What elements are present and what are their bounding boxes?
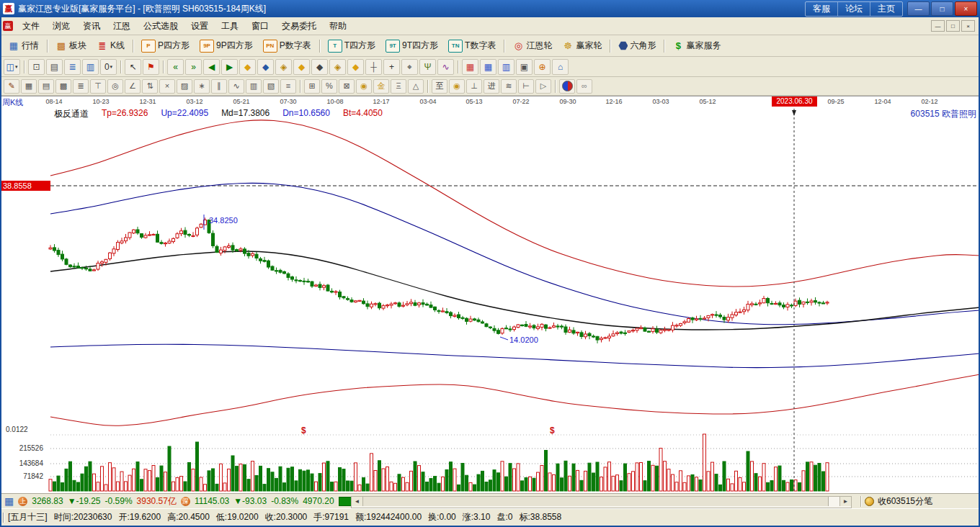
tool-quote[interactable]: ▦行情 bbox=[3, 37, 44, 55]
steps-tool[interactable]: ≋ bbox=[501, 79, 517, 94]
bars-view-tool[interactable]: ≣ bbox=[64, 59, 81, 75]
tool-9t-square[interactable]: 9T9T四方形 bbox=[380, 37, 443, 55]
pencil-tool[interactable]: ✎ bbox=[4, 79, 19, 94]
minimize-button[interactable]: — bbox=[907, 1, 930, 16]
tool-t-table[interactable]: TNT数字表 bbox=[443, 37, 501, 55]
time-grid-tool[interactable]: ▧ bbox=[263, 79, 279, 94]
tool-winner-wheel[interactable]: ☸赢家轮 bbox=[557, 37, 607, 55]
add-tool[interactable]: + bbox=[383, 59, 400, 75]
tool-p-square[interactable]: PP四方形 bbox=[136, 37, 195, 55]
gann-grid-tool[interactable]: ▩ bbox=[55, 79, 71, 94]
tool-winner-service[interactable]: $赢家服务 bbox=[667, 37, 726, 55]
angle-tool[interactable]: ∠ bbox=[125, 79, 141, 94]
pitchfork-tool[interactable]: Ψ bbox=[419, 59, 436, 75]
anchor-tool[interactable]: ⊤ bbox=[90, 79, 106, 94]
taiji-icon[interactable] bbox=[559, 79, 575, 94]
maximize-button[interactable]: □ bbox=[931, 1, 953, 16]
updown-tool[interactable]: ⇅ bbox=[142, 79, 158, 94]
ladder-tool[interactable]: ≣ bbox=[73, 79, 89, 94]
menu-file[interactable]: 文件 bbox=[16, 18, 46, 35]
percent-box-tool[interactable]: ⊞ bbox=[304, 79, 320, 94]
flag-tool[interactable]: ⚑ bbox=[143, 59, 159, 75]
diamond-gold-1[interactable]: ◆ bbox=[239, 59, 256, 75]
menu-settings[interactable]: 设置 bbox=[184, 18, 215, 35]
shade-tool[interactable]: ▨ bbox=[177, 79, 192, 94]
gold-tool[interactable]: 金 bbox=[373, 79, 389, 94]
chart-horizontal-scrollbar[interactable]: ◄ ► bbox=[351, 496, 852, 508]
fan-tool[interactable]: ∗ bbox=[194, 79, 210, 94]
diamond-gold-3[interactable]: ◆ bbox=[347, 59, 364, 75]
menu-news[interactable]: 资讯 bbox=[76, 18, 107, 35]
parallel-tool[interactable]: ∥ bbox=[211, 79, 227, 94]
circle-ring-tool[interactable]: ◎ bbox=[107, 79, 123, 94]
menu-window[interactable]: 窗口 bbox=[245, 18, 275, 35]
percent-tool[interactable]: % bbox=[321, 79, 337, 94]
menu-tools[interactable]: 工具 bbox=[215, 18, 245, 35]
diamond-dark[interactable]: ◆ bbox=[311, 59, 328, 75]
save-tool[interactable]: ▣ bbox=[516, 59, 533, 75]
prev-bar-button[interactable]: ◀ bbox=[203, 59, 220, 75]
publish-tool[interactable]: ⊕ bbox=[534, 59, 551, 75]
crosshair-tool[interactable]: ⌖ bbox=[401, 59, 418, 75]
tool-hexagon[interactable]: 六角形 bbox=[613, 37, 661, 55]
balance-tool[interactable]: Ξ bbox=[391, 79, 406, 94]
child-close-button[interactable]: × bbox=[961, 20, 975, 32]
diamond-blue[interactable]: ◆ bbox=[257, 59, 274, 75]
tool-p-table[interactable]: PNP数字表 bbox=[258, 37, 316, 55]
grid-tool[interactable]: ▦ bbox=[21, 79, 37, 94]
link-tool[interactable]: ⊡ bbox=[28, 59, 45, 75]
titlebar-link-2[interactable]: 论坛 bbox=[838, 2, 870, 16]
scroll-left-button[interactable]: ◄ bbox=[352, 497, 363, 506]
calendar-blue-tool[interactable]: ▦ bbox=[480, 59, 496, 75]
zero-dropdown[interactable]: 0▾ bbox=[100, 59, 117, 75]
first-bar-button[interactable]: « bbox=[167, 59, 184, 75]
candlestick-chart[interactable]: 34.825014.0200$$ bbox=[0, 96, 980, 494]
flag-outline-tool[interactable]: ▷ bbox=[535, 79, 551, 94]
chart-area[interactable]: 34.825014.0200$$ 周K线 08-1410-2312-3103-1… bbox=[0, 96, 980, 494]
titlebar-link-3[interactable]: 主页 bbox=[870, 2, 902, 16]
advance-tool[interactable]: 进 bbox=[484, 79, 499, 94]
menu-trade[interactable]: 交易委托 bbox=[275, 18, 323, 35]
tool-kline[interactable]: ≣K线 bbox=[92, 37, 130, 55]
pointer-tool[interactable]: ↖ bbox=[125, 59, 141, 75]
diamond-pattern-1[interactable]: ◈ bbox=[275, 59, 292, 75]
price-grid-tool[interactable]: ▥ bbox=[246, 79, 262, 94]
diamond-pattern-2[interactable]: ◈ bbox=[329, 59, 346, 75]
home-tool[interactable]: ⌂ bbox=[552, 59, 569, 75]
box-x-tool[interactable]: ⊠ bbox=[339, 79, 355, 94]
wave-tool[interactable]: ∿ bbox=[228, 79, 244, 94]
report-tool[interactable]: ▥ bbox=[498, 59, 514, 75]
next-bar-button[interactable]: ▶ bbox=[221, 59, 238, 75]
menu-list-tool[interactable]: ≡ bbox=[280, 79, 296, 94]
golden-section-tool[interactable]: ◉ bbox=[356, 79, 372, 94]
ruler-tool[interactable]: ⊢ bbox=[518, 79, 534, 94]
child-minimize-button[interactable]: — bbox=[931, 20, 945, 32]
last-bar-button[interactable]: » bbox=[185, 59, 202, 75]
child-restore-button[interactable]: □ bbox=[946, 20, 960, 32]
menu-gann[interactable]: 江恩 bbox=[107, 18, 137, 35]
calendar-red-tool[interactable]: ▦ bbox=[462, 59, 478, 75]
copy-tool[interactable]: ▤ bbox=[46, 59, 63, 75]
zhi-tool[interactable]: 至 bbox=[432, 79, 447, 94]
wave-small-tool[interactable]: ∿ bbox=[437, 59, 454, 75]
tool-t-square[interactable]: TT四方形 bbox=[323, 37, 380, 55]
golden-circle-tool[interactable]: ◉ bbox=[449, 79, 465, 94]
diamond-gold-2[interactable]: ◆ bbox=[293, 59, 310, 75]
titlebar-link-1[interactable]: 客服 bbox=[806, 2, 838, 16]
ranking-grid-icon[interactable]: ▦ bbox=[4, 495, 14, 507]
tool-9p-square[interactable]: 9P9P四方形 bbox=[195, 37, 258, 55]
close-button[interactable]: × bbox=[955, 1, 977, 16]
gann-box-tool[interactable]: ▤ bbox=[38, 79, 54, 94]
menu-formula-pick[interactable]: 公式选股 bbox=[137, 18, 184, 35]
grid-view-tool[interactable]: ▥ bbox=[82, 59, 99, 75]
scroll-right-button[interactable]: ► bbox=[839, 497, 851, 506]
triangle-tool[interactable]: △ bbox=[408, 79, 424, 94]
cross-x-tool[interactable]: × bbox=[159, 79, 175, 94]
pan-tool[interactable]: ┼ bbox=[365, 59, 382, 75]
tool-sectors[interactable]: ▩板块 bbox=[50, 37, 92, 55]
perpendicular-tool[interactable]: ⊥ bbox=[466, 79, 482, 94]
infinity-icon[interactable]: ∞ bbox=[576, 79, 592, 94]
view-dropdown[interactable]: ◫▾ bbox=[4, 59, 20, 75]
scrollbar-thumb[interactable] bbox=[363, 497, 829, 506]
menu-help[interactable]: 帮助 bbox=[323, 18, 353, 35]
